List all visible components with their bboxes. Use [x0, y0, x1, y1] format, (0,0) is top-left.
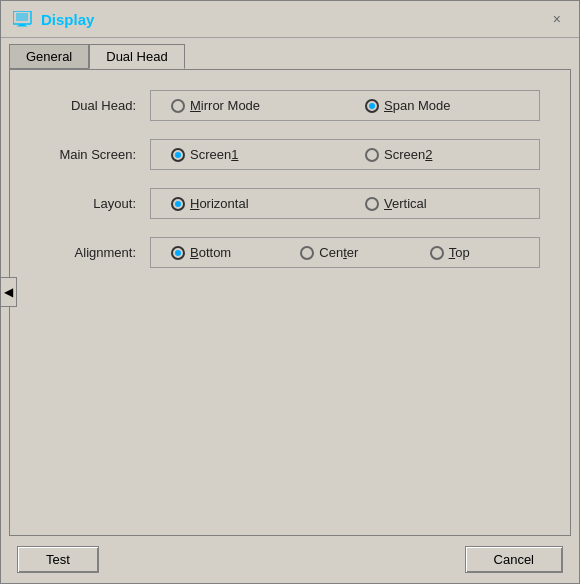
screen2-radio[interactable]	[365, 148, 379, 162]
screen2-label: Screen2	[384, 147, 432, 162]
test-button[interactable]: Test	[17, 546, 99, 573]
screen1-option[interactable]: Screen1	[151, 140, 345, 169]
span-mode-label: Span Mode	[384, 98, 451, 113]
vertical-label: Vertical	[384, 196, 427, 211]
bottom-label: Bottom	[190, 245, 231, 260]
screen2-option[interactable]: Screen2	[345, 140, 539, 169]
main-screen-options: Screen1 Screen2	[150, 139, 540, 170]
window-title: Display	[41, 11, 539, 28]
horizontal-label: Horizontal	[190, 196, 249, 211]
top-radio[interactable]	[430, 246, 444, 260]
horizontal-option[interactable]: Horizontal	[151, 189, 345, 218]
content-area: Dual Head: Mirror Mode Span Mode Main Sc…	[9, 69, 571, 536]
vertical-option[interactable]: Vertical	[345, 189, 539, 218]
mirror-mode-radio[interactable]	[171, 99, 185, 113]
main-screen-row: Main Screen: Screen1 Screen2	[40, 139, 540, 170]
screen1-label: Screen1	[190, 147, 238, 162]
alignment-row: Alignment: Bottom Center Top	[40, 237, 540, 268]
center-label: Center	[319, 245, 358, 260]
screen1-radio[interactable]	[171, 148, 185, 162]
layout-row: Layout: Horizontal Vertical	[40, 188, 540, 219]
center-option[interactable]: Center	[280, 238, 409, 267]
horizontal-radio[interactable]	[171, 197, 185, 211]
layout-options: Horizontal Vertical	[150, 188, 540, 219]
layout-label: Layout:	[40, 196, 150, 211]
dual-head-label: Dual Head:	[40, 98, 150, 113]
cancel-button[interactable]: Cancel	[465, 546, 563, 573]
mirror-mode-option[interactable]: Mirror Mode	[151, 91, 345, 120]
mirror-mode-label: Mirror Mode	[190, 98, 260, 113]
top-label: Top	[449, 245, 470, 260]
svg-rect-1	[16, 13, 28, 21]
display-icon	[13, 11, 33, 27]
bottom-option[interactable]: Bottom	[151, 238, 280, 267]
tab-dual-head[interactable]: Dual Head	[89, 44, 184, 69]
arrow-left-button[interactable]: ◀	[1, 277, 17, 307]
span-mode-radio[interactable]	[365, 99, 379, 113]
dual-head-row: Dual Head: Mirror Mode Span Mode	[40, 90, 540, 121]
tab-bar: General Dual Head	[1, 38, 579, 69]
main-screen-label: Main Screen:	[40, 147, 150, 162]
dialog-window: Display × ◀ General Dual Head Dual Head:…	[0, 0, 580, 584]
vertical-radio[interactable]	[365, 197, 379, 211]
top-option[interactable]: Top	[410, 238, 539, 267]
bottom-radio[interactable]	[171, 246, 185, 260]
span-mode-option[interactable]: Span Mode	[345, 91, 539, 120]
alignment-label: Alignment:	[40, 245, 150, 260]
center-radio[interactable]	[300, 246, 314, 260]
tab-general[interactable]: General	[9, 44, 89, 69]
dual-head-options: Mirror Mode Span Mode	[150, 90, 540, 121]
title-bar: Display ×	[1, 1, 579, 38]
close-button[interactable]: ×	[547, 9, 567, 29]
footer: Test Cancel	[1, 536, 579, 583]
alignment-options: Bottom Center Top	[150, 237, 540, 268]
